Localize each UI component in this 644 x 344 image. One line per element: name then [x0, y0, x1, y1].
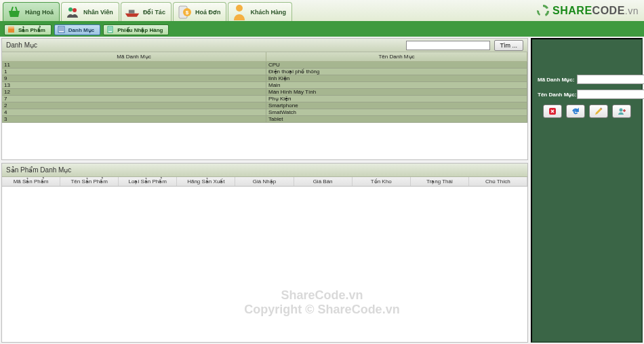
table-row[interactable]: 3Tablet	[2, 116, 527, 123]
input-ten-danhmuc[interactable]	[577, 90, 644, 99]
person-icon	[231, 4, 247, 20]
table-row[interactable]: 13Main	[2, 82, 527, 89]
table-row[interactable]: 9linh Kiện	[2, 75, 527, 82]
cell-ten: Màn Hình Máy Tính	[266, 89, 527, 95]
category-table-body[interactable]: 11CPU1Điện thoại phổ thông9linh Kiện13Ma…	[2, 62, 527, 159]
delete-button[interactable]	[543, 104, 562, 118]
input-ma-danhmuc[interactable]	[577, 75, 644, 84]
column-header-ma[interactable]: Mã Danh Mục	[2, 52, 266, 61]
top-nav: Hàng Hoá Nhân Viên Đối Tác $ Hoá Đơn Khá…	[0, 0, 644, 23]
find-button[interactable]: Tìm ...	[494, 40, 524, 51]
cell-ten: Điện thoại phổ thông	[266, 69, 527, 75]
column-header[interactable]: Mã Sản Phẩm	[2, 177, 60, 186]
nav-tab-doitac[interactable]: Đối Tác	[121, 2, 172, 21]
panel-title: Danh Mục	[6, 41, 37, 49]
subtab-label: Sản Phẩm	[18, 27, 45, 33]
product-panel-head: Sản Phẩm Danh Mục	[2, 164, 527, 177]
cell-ma: 2	[2, 102, 266, 109]
field-row-ten: Tên Danh Mục:	[538, 90, 636, 99]
box-icon	[7, 26, 16, 34]
cell-ma: 9	[2, 75, 266, 81]
nav-tab-hanghoa[interactable]: Hàng Hoá	[3, 2, 60, 21]
nav-tab-hoadon[interactable]: $ Hoá Đơn	[173, 2, 227, 21]
svg-point-12	[619, 109, 622, 112]
table-row[interactable]: 11CPU	[2, 62, 527, 69]
product-table-body[interactable]	[2, 187, 527, 342]
column-header[interactable]: Hãng Sản Xuất	[177, 177, 235, 186]
svg-point-6	[236, 5, 243, 12]
receipt-icon	[106, 26, 115, 34]
nav-tab-label: Hàng Hoá	[25, 9, 54, 16]
add-button[interactable]	[612, 104, 631, 118]
cell-ma: 4	[2, 109, 266, 115]
action-row	[538, 104, 636, 118]
cell-ten: Smartphone	[266, 102, 527, 109]
basket-icon	[6, 4, 22, 20]
nav-tab-label: Khách Hàng	[250, 9, 286, 16]
column-header[interactable]: Tên Sản Phẩm	[60, 177, 119, 186]
cell-ten: Main	[266, 82, 527, 88]
cell-ten: CPU	[266, 62, 527, 68]
subtab-label: Phiếu Nhập Hàng	[117, 27, 163, 33]
svg-rect-7	[8, 28, 14, 33]
table-row[interactable]: 4SmatWatch	[2, 109, 527, 116]
category-panel: Danh Mục Tìm ... Mã Danh Mục Tên Danh Mụ…	[1, 38, 528, 160]
cell-ten: linh Kiện	[266, 75, 527, 81]
list-icon	[58, 26, 66, 34]
pencil-icon	[594, 107, 603, 116]
table-row[interactable]: 12Màn Hình Máy Tính	[2, 89, 527, 96]
refresh-button[interactable]	[566, 104, 585, 118]
nav-tab-khachhang[interactable]: Khách Hàng	[228, 2, 292, 21]
content-column: Danh Mục Tìm ... Mã Danh Mục Tên Danh Mụ…	[1, 38, 528, 343]
cell-ma: 11	[2, 62, 266, 68]
logo: SHARECODE.vn	[536, 0, 644, 21]
table-row[interactable]: 2Smartphone	[2, 102, 527, 109]
table-row[interactable]: 1Điện thoại phổ thông	[2, 69, 527, 75]
svg-text:$: $	[186, 9, 189, 16]
category-panel-head: Danh Mục Tìm ...	[2, 39, 527, 52]
refresh-icon	[571, 107, 580, 116]
nav-tab-nhanvien[interactable]: Nhân Viên	[61, 2, 119, 21]
cell-ma: 3	[2, 116, 266, 122]
people-icon	[64, 4, 81, 20]
field-label-ma: Mã Danh Mục:	[538, 77, 577, 83]
ship-icon	[124, 4, 140, 20]
cell-ma: 7	[2, 96, 266, 102]
column-header[interactable]: Tồn Kho	[353, 177, 411, 186]
main-area: Danh Mục Tìm ... Mã Danh Mục Tên Danh Mụ…	[0, 37, 644, 344]
table-row[interactable]: 7Phụ Kiện	[2, 96, 527, 102]
nav-tab-label: Hoá Đơn	[195, 9, 221, 16]
cell-ma: 1	[2, 69, 266, 75]
panel-title: Sản Phẩm Danh Mục	[6, 166, 71, 174]
add-user-icon	[617, 107, 626, 116]
svg-rect-8	[8, 26, 14, 28]
column-header-ten[interactable]: Tên Danh Mục	[266, 52, 527, 61]
subtab-label: Danh Mục	[68, 27, 94, 33]
cell-ten: Tablet	[266, 116, 527, 122]
nav-tab-label: Đối Tác	[143, 9, 165, 16]
column-header[interactable]: Giá Bán	[294, 177, 353, 186]
column-header[interactable]: Giá Nhập	[235, 177, 294, 186]
svg-point-0	[68, 7, 73, 12]
logo-text: SHARECODE.vn	[552, 5, 639, 17]
svg-rect-2	[129, 9, 135, 13]
svg-point-1	[73, 8, 77, 12]
subtab-phieunhap[interactable]: Phiếu Nhập Hàng	[103, 24, 169, 35]
field-row-ma: Mã Danh Mục:	[538, 75, 636, 84]
subtab-sanpham[interactable]: Sản Phẩm	[4, 24, 52, 35]
column-header[interactable]: Loại Sản Phẩm	[119, 177, 177, 186]
product-panel: Sản Phẩm Danh Mục Mã Sản PhẩmTên Sản Phẩ…	[1, 163, 528, 343]
product-column-headers: Mã Sản PhẩmTên Sản PhẩmLoại Sản PhẩmHãng…	[2, 177, 527, 187]
cell-ma: 12	[2, 89, 266, 95]
column-header[interactable]: Chú Thích	[469, 177, 527, 186]
edit-button[interactable]	[589, 104, 608, 118]
subtab-danhmuc[interactable]: Danh Mục	[54, 24, 100, 35]
search-input[interactable]	[406, 41, 490, 50]
sidebar: Mã Danh Mục: Tên Danh Mục:	[531, 38, 643, 343]
column-header[interactable]: Trạng Thái	[411, 177, 469, 186]
cell-ten: Phụ Kiện	[266, 96, 527, 102]
field-label-ten: Tên Danh Mục:	[538, 92, 577, 98]
sub-nav: Sản Phẩm Danh Mục Phiếu Nhập Hàng	[0, 23, 644, 37]
nav-tab-label: Nhân Viên	[83, 9, 113, 16]
recycle-icon	[536, 3, 550, 18]
